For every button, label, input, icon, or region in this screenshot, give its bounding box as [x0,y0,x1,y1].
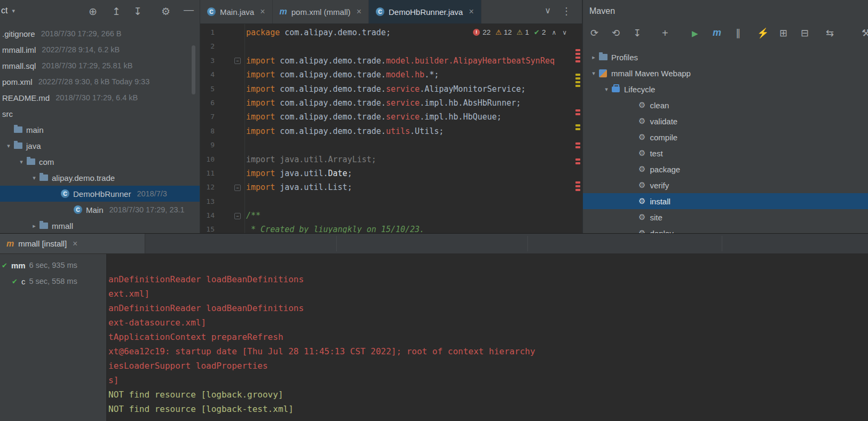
hidden-tabs-icon[interactable]: ∨ [545,5,551,15]
run-node-list[interactable]: ✔ mm 6 sec, 935 ms ✔ c 5 sec, 558 ms [0,254,107,421]
close-icon[interactable]: × [73,239,77,249]
download-sources-icon[interactable]: ↧ [633,27,641,39]
chevron-down-icon[interactable]: ▾ [588,70,599,77]
folder-name: main [26,125,44,134]
tree-row[interactable]: mmall.iml 2022/7/28 9:14, 6.2 kB [0,42,200,58]
tree-row[interactable]: ▾ com [0,154,200,170]
console-line: NOT find resource [logback.groovy] [108,387,868,402]
error-stripe[interactable] [574,24,582,233]
tab-pom-xml[interactable]: m pom.xml (mmall) × [273,0,369,23]
maven-row-project[interactable]: ▾ mmall Maven Webapp [583,65,868,81]
collapse-all-icon[interactable]: ↥ [112,5,121,18]
maven-goal-install[interactable]: ⚙install [583,193,868,209]
project-view-label: ct [1,6,7,15]
chevron-down-icon[interactable]: ▾ [16,158,27,165]
file-name: pom.xml [2,77,33,86]
run-tab-mmall-install[interactable]: m mmall [install] × [0,234,145,253]
hide-panel-icon[interactable]: — [184,3,194,16]
maven-goal-clean[interactable]: ⚙clean [583,97,868,113]
tree-row[interactable]: .gitignore 2018/7/30 17:29, 266 B [0,26,200,42]
maven-row-lifecycle[interactable]: ▾ Lifecycle [583,81,868,97]
prev-problem-icon[interactable]: ∧ [551,29,556,36]
tree-row[interactable]: mmall.sql 2018/7/30 17:29, 25.81 kB [0,58,200,74]
chevron-down-icon[interactable]: ▾ [601,86,612,93]
maven-toolbar: ⟳ ⟲ ↧ + ▶ m ∥ ⚡ ⊞ ⊟ ⇆ ⚒ [583,22,868,46]
close-icon[interactable]: × [357,7,361,17]
console-line: xt@6ea12c19: startup date [Thu Jul 28 11… [108,344,868,359]
scrollbar-thumb[interactable] [192,45,195,94]
tree-row[interactable]: src [0,106,200,122]
run-node[interactable]: ✔ c 5 sec, 558 ms [0,273,106,289]
chevron-down-icon[interactable]: ▾ [3,142,14,149]
locate-file-icon[interactable]: ⊕ [89,5,97,18]
code-editor[interactable]: 1 2 3 4 5 6 7 8 9 10 11 12 13 14 15 − − … [200,24,582,233]
inspections-widget[interactable]: 22 ⚠12 ⚠1 ✔2 ∧ ∨ [473,28,567,36]
line-number: 5 [200,82,244,96]
console-line: anDefinitionReader loadBeanDefinitions [108,301,868,315]
maven-goal-compile[interactable]: ⚙compile [583,129,868,145]
code-line [246,39,574,53]
generate-sources-icon[interactable]: ⟲ [612,27,620,39]
execute-goal-icon[interactable]: m [713,27,721,38]
tree-row[interactable]: C Main 2018/7/30 17:29, 23.1 [0,202,200,218]
tree-row-selected[interactable]: C DemoHbRunner 2018/7/3 [0,186,200,202]
file-meta: 2018/7/3 [137,189,167,198]
line-number: 9 [200,138,244,152]
maven-goal-site[interactable]: ⚙site [583,209,868,225]
settings-icon[interactable]: ⚒ [862,27,868,39]
more-options-icon[interactable]: ⋮ [562,5,571,17]
console-output[interactable]: anDefinitionReader loadBeanDefinitions e… [107,254,868,421]
maven-tree[interactable]: ▸ Profiles ▾ mmall Maven Webapp ▾ Lifecy… [583,46,868,233]
maven-goal-validate[interactable]: ⚙validate [583,113,868,129]
goal-icon: ⚙ [638,228,645,233]
tree-row[interactable]: ▸ mmall [0,218,200,233]
chevron-right-icon[interactable]: ▸ [588,54,599,61]
goal-icon: ⚙ [638,148,645,158]
chevron-down-icon[interactable]: ▾ [29,174,40,181]
folder-name: mmall [52,221,73,231]
tree-row[interactable]: ▾ java [0,138,200,154]
maven-goal-verify[interactable]: ⚙verify [583,177,868,193]
console-line: NOT find resource [logback-test.xml] [108,402,868,416]
run-build-icon[interactable]: ▶ [692,29,698,38]
maven-goal-package[interactable]: ⚙package [583,161,868,177]
fold-icon[interactable]: − [234,213,241,219]
folder-icon [14,142,22,149]
tab-demohbrunner-java[interactable]: C DemoHbRunner.java × [369,0,482,23]
project-tree[interactable]: .gitignore 2018/7/30 17:29, 266 B mmall.… [0,24,200,233]
expand-all-icon[interactable]: ↧ [133,5,142,18]
close-icon[interactable]: × [260,7,265,17]
run-node[interactable]: ✔ mm 6 sec, 935 ms [0,257,106,273]
file-meta: 2022/7/28 9:14, 6.2 kB [42,45,120,54]
skip-tests-icon[interactable]: ⚡ [757,27,769,39]
expand-all-icon[interactable]: ⊞ [779,27,787,39]
collapse-all-icon[interactable]: ⊟ [801,27,809,39]
error-icon [473,29,480,36]
suspend-icon[interactable]: ∥ [736,27,740,39]
toggle-icon[interactable]: ⇆ [826,27,834,39]
tree-row[interactable]: pom.xml 2022/7/28 9:30, 8 kB Today 9:33 [0,74,200,90]
settings-icon[interactable]: ⚙ [161,5,170,18]
code-area[interactable]: package com.alipay.demo.trade; import co… [246,26,574,233]
project-view-selector[interactable]: ct ▾ [1,6,15,15]
reload-projects-icon[interactable]: ⟳ [590,27,598,39]
maven-row-profiles[interactable]: ▸ Profiles [583,49,868,65]
tree-row[interactable]: ▾ alipay.demo.trade [0,170,200,186]
close-icon[interactable]: × [469,7,474,17]
next-problem-icon[interactable]: ∨ [562,29,567,36]
maven-goal-deploy[interactable]: ⚙deploy [583,225,868,233]
tree-row[interactable]: README.md 2018/7/30 17:29, 6.4 kB [0,90,200,106]
goal-icon: ⚙ [638,164,645,174]
tree-row[interactable]: main [0,122,200,138]
file-name: Main [86,205,104,215]
tab-main-java[interactable]: C Main.java × [200,0,273,23]
maven-goal-test[interactable]: ⚙test [583,145,868,161]
fold-icon[interactable]: − [234,58,241,64]
fold-icon[interactable]: − [234,185,241,191]
warning-count: 12 [504,28,512,36]
console-line: iesLoaderSupport loadProperties [108,359,868,373]
lifecycle-icon [612,86,620,92]
add-project-icon[interactable]: + [662,27,668,39]
folder-icon [599,54,607,60]
chevron-right-icon[interactable]: ▸ [29,223,40,229]
